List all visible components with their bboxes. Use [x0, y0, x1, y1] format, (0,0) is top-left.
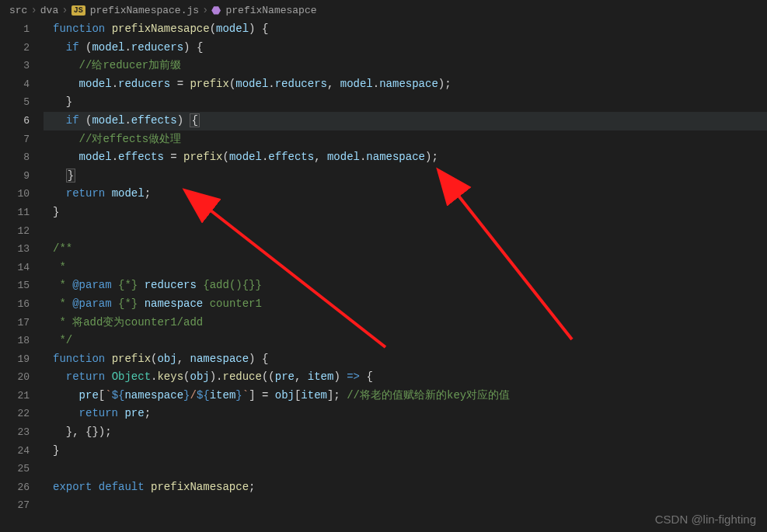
code-line[interactable]: model.effects = prefix(model.effects, mo…: [44, 148, 767, 167]
brace-match: }: [66, 169, 75, 183]
code-line[interactable]: /**: [44, 240, 767, 259]
code-editor[interactable]: 1 2 3 4 5 6 7 8 9 10 11 12 13 14 15 16 1…: [0, 20, 767, 515]
watermark: CSDN @lin-fighting: [655, 513, 756, 526]
code-line[interactable]: [44, 460, 767, 478]
code-line[interactable]: pre[`${namespace}/${item}`] = obj[item];…: [44, 387, 767, 405]
code-line[interactable]: [44, 222, 767, 241]
breadcrumb-file[interactable]: prefixNamespace.js: [90, 5, 199, 16]
code-line-current[interactable]: if (model.effects) {: [44, 112, 767, 130]
symbol-function-icon: ⬣: [211, 4, 221, 17]
code-line[interactable]: return model;: [44, 185, 767, 203]
code-line[interactable]: return pre;: [44, 405, 767, 423]
js-file-icon: JS: [71, 5, 85, 16]
code-line[interactable]: }: [44, 203, 767, 222]
code-line[interactable]: }: [44, 442, 767, 461]
code-line[interactable]: //给reducer加前缀: [44, 57, 767, 75]
code-line[interactable]: * 将add变为counter1/add: [44, 314, 767, 332]
line-gutter: 1 2 3 4 5 6 7 8 9 10 11 12 13 14 15 16 1…: [0, 20, 44, 515]
code-line[interactable]: function prefix(obj, namespace) {: [44, 350, 767, 369]
brace-match: {: [190, 113, 199, 127]
chevron-right-icon: ›: [202, 4, 208, 16]
code-line[interactable]: //对effects做处理: [44, 130, 767, 149]
code-line[interactable]: *: [44, 259, 767, 277]
code-line[interactable]: */: [44, 332, 767, 350]
breadcrumb-symbol[interactable]: prefixNamesapce: [225, 5, 316, 16]
code-line[interactable]: }: [44, 93, 767, 112]
breadcrumb-seg[interactable]: src: [9, 5, 27, 16]
code-line[interactable]: }, {});: [44, 423, 767, 442]
chevron-right-icon: ›: [61, 4, 68, 16]
code-line[interactable]: model.reducers = prefix(model.reducers, …: [44, 75, 767, 94]
code-line[interactable]: return Object.keys(obj).reduce((pre, ite…: [44, 368, 767, 387]
code-line[interactable]: function prefixNamesapce(model) {: [44, 20, 767, 39]
breadcrumb[interactable]: src › dva › JS prefixNamespace.js › ⬣ pr…: [0, 0, 767, 20]
code-line[interactable]: if (model.reducers) {: [44, 39, 767, 57]
code-line[interactable]: * @param {*} namespace counter1: [44, 295, 767, 314]
chevron-right-icon: ›: [30, 4, 37, 16]
code-line[interactable]: }: [44, 167, 767, 186]
code-area[interactable]: function prefixNamesapce(model) { if (mo…: [44, 20, 767, 515]
code-line[interactable]: * @param {*} reducers {add(){}}: [44, 276, 767, 295]
code-line[interactable]: export default prefixNamesapce;: [44, 478, 767, 497]
breadcrumb-seg[interactable]: dva: [40, 5, 58, 16]
